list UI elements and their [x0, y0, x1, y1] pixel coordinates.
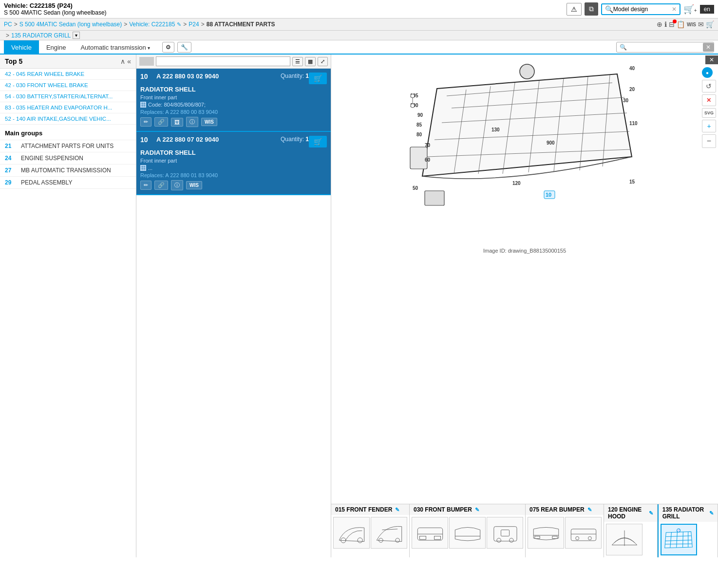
tab-automatic-transmission[interactable]: Automatic transmission [73, 40, 157, 55]
thumb-images [410, 515, 525, 551]
thumb-title-rear-bumper[interactable]: 075 REAR BUMPER ✎ [526, 504, 604, 515]
svg-text:15: 15 [629, 179, 635, 184]
diagram-area: ✕ ● ↺ ✕ SVG + − [331, 55, 718, 504]
breadcrumb-vehicle[interactable]: Vehicle: C222185 [129, 21, 175, 28]
part-edit-btn[interactable]: ✏ [140, 117, 151, 127]
svg-text:20: 20 [629, 87, 635, 92]
group-item[interactable]: 21 ATTACHMENT PARTS FOR UNITS [0, 140, 136, 152]
thumb-image[interactable] [412, 517, 448, 549]
svg-text:130: 130 [491, 127, 500, 132]
breadcrumb-radiator[interactable]: 135 RADIATOR GRILL [11, 32, 71, 39]
group-item[interactable]: 27 MB AUTOMATIC TRANSMISSION [0, 165, 136, 177]
svg-rect-43 [419, 536, 426, 539]
svg-rect-49 [501, 530, 509, 536]
thumb-title-front-bumper[interactable]: 030 FRONT BUMPER ✎ [410, 504, 525, 515]
top5-item[interactable]: 42 - 030 FRONT WHEEL BRAKE [0, 80, 136, 91]
document-icon[interactable]: 📋 [677, 20, 685, 28]
thumb-title-radiator-grill[interactable]: 135 RADIATOR GRILL ✎ [659, 504, 718, 522]
add-to-cart-btn[interactable]: 🛒 [309, 136, 327, 147]
copy-btn[interactable]: ⧉ [585, 2, 598, 16]
thumb-images [331, 515, 409, 551]
thumb-image[interactable] [606, 524, 642, 555]
part-header-indicator [139, 57, 154, 66]
model-search-clear[interactable]: ✕ [672, 6, 677, 13]
tab-search-clear[interactable]: ✕ [703, 43, 714, 52]
top5-item[interactable]: 42 - 045 REAR WHEEL BRAKE [0, 69, 136, 80]
breadcrumb-pc[interactable]: PC [4, 21, 12, 28]
svg-text:10: 10 [546, 192, 551, 198]
top5-item[interactable]: 54 - 030 BATTERY,STARTER/ALTERNAT... [0, 91, 136, 102]
part-actions: ✏ 🔗 🖼 ⓘ WIS [140, 117, 327, 127]
group-item[interactable]: 29 PEDAL ASSEMBLY [0, 177, 136, 189]
part-link-btn[interactable]: 🔗 [154, 117, 168, 127]
part-search-input[interactable] [156, 56, 290, 66]
svg-point-48 [509, 538, 513, 542]
thumb-images [526, 515, 604, 551]
top5-collapse[interactable]: ∧ [120, 57, 125, 65]
tools-icon-btn[interactable]: 🔧 [177, 42, 191, 53]
model-search-input[interactable] [613, 6, 672, 13]
part-link-btn[interactable]: 🔗 [154, 181, 168, 190]
thumb-image[interactable] [449, 517, 486, 549]
thumb-sections: 015 FRONT FENDER ✎ 030 [331, 504, 718, 557]
svg-point-34 [411, 104, 415, 108]
parts-scroll[interactable]: 10 A 222 880 03 02 9040 Quantity: 1 🛒 RA… [136, 69, 331, 557]
part-edit-btn[interactable]: ✏ [140, 181, 151, 190]
part-info-btn[interactable]: ⓘ [171, 180, 183, 190]
tab-engine[interactable]: Engine [39, 40, 73, 55]
thumb-image[interactable] [333, 517, 370, 549]
add-to-cart-btn[interactable]: 🛒 [309, 73, 327, 84]
thumb-title-front-fender[interactable]: 015 FRONT FENDER ✎ [331, 504, 409, 515]
main-groups-header: Main groups [0, 127, 136, 140]
thumb-title-engine-hood[interactable]: 120 ENGINE HOOD ✎ [604, 504, 657, 522]
part-wis-btn[interactable]: WIS [186, 181, 202, 189]
breadcrumb-row2: > 135 RADIATOR GRILL ▾ [0, 31, 718, 40]
rt-rotate[interactable]: ↺ [702, 80, 716, 92]
part-list-icons: ☰ ▦ ⤢ [292, 57, 328, 66]
part-actions: ✏ 🔗 ⓘ WIS [140, 180, 327, 190]
breadcrumb-model[interactable]: S 500 4MATIC Sedan (long wheelbase) [19, 21, 122, 28]
cart-header-icon[interactable]: 🛒 [706, 20, 714, 28]
svg-point-35 [411, 94, 415, 98]
rt-zoom-out[interactable]: − [702, 134, 716, 148]
group-item[interactable]: 24 ENGINE SUSPENSION [0, 152, 136, 165]
part-wis-btn[interactable]: WIS [201, 118, 217, 126]
expand-view-btn[interactable]: ⤢ [318, 57, 328, 66]
list-view-btn[interactable]: ☰ [292, 57, 303, 66]
thumb-image[interactable] [565, 517, 602, 549]
rt-blue-dot[interactable]: ● [702, 67, 713, 78]
top5-prev[interactable]: « [127, 57, 131, 65]
mail-icon[interactable]: ✉ [698, 20, 704, 28]
thumb-image[interactable] [487, 517, 523, 549]
zoom-in-icon[interactable]: ⊕ [657, 20, 662, 28]
copy-link-icon[interactable]: ✎ [177, 21, 181, 28]
part-image-btn[interactable]: 🖼 [171, 118, 183, 127]
warning-btn[interactable]: ⚠ [567, 3, 582, 16]
tab-search-input[interactable] [630, 42, 703, 52]
wis-icon[interactable]: WIS [687, 22, 696, 27]
part-info-btn[interactable]: ⓘ [186, 117, 198, 127]
rt-x[interactable]: ✕ [702, 94, 716, 106]
cart-button[interactable]: 🛒+ [683, 4, 697, 15]
part-item: 10 A 222 880 03 02 9040 Quantity: 1 🛒 RA… [136, 69, 331, 132]
diagram-svg: 40 20 30 110 50 60 70 80 85 90 100 105 1… [331, 55, 718, 244]
header-left: Vehicle: C222185 (P24) S 500 4MATIC Seda… [4, 2, 107, 16]
top5-item[interactable]: 52 - 140 AIR INTAKE,GASOLINE VEHIC... [0, 113, 136, 125]
vehicle-id: Vehicle: C222185 (P24) [4, 2, 107, 9]
thumb-image[interactable] [528, 517, 564, 549]
rt-svg[interactable]: SVG [702, 108, 716, 118]
language-selector[interactable]: en [700, 5, 714, 14]
rt-zoom-in[interactable]: + [702, 120, 716, 132]
breadcrumb-p24[interactable]: P24 [189, 21, 199, 28]
filter-icon[interactable]: ⊟ [669, 20, 675, 28]
settings-icon-btn[interactable]: ⚙ [162, 42, 174, 53]
top5-item[interactable]: 83 - 035 HEATER AND EVAPORATOR H... [0, 102, 136, 113]
tab-vehicle[interactable]: Vehicle [4, 40, 39, 55]
top5-title: Top 5 [5, 57, 22, 65]
info-icon[interactable]: ℹ [664, 20, 667, 28]
radiator-dropdown[interactable]: ▾ [73, 32, 80, 39]
thumb-image[interactable] [371, 517, 407, 549]
grid-view-btn[interactable]: ▦ [305, 57, 316, 66]
diagram-close-btn[interactable]: ✕ [705, 55, 718, 64]
thumb-image-active[interactable] [661, 524, 697, 555]
